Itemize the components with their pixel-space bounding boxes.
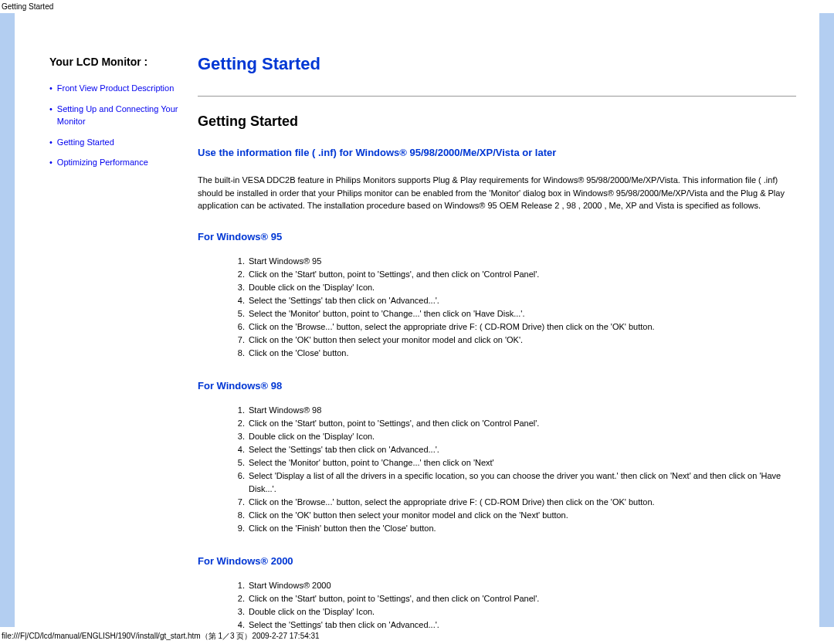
sidebar-list: •Front View Product Description •Setting… bbox=[49, 82, 198, 169]
bullet-icon: • bbox=[49, 136, 53, 149]
divider bbox=[198, 96, 796, 97]
step: Click on the 'Start' button, point to 'S… bbox=[247, 268, 796, 281]
sidebar-item-getting-started: •Getting Started bbox=[49, 136, 198, 149]
heading-win2000: For Windows® 2000 bbox=[198, 555, 796, 567]
step: Click on the 'OK' button then select you… bbox=[247, 334, 796, 347]
bullet-icon: • bbox=[49, 103, 53, 128]
step: Select the 'Settings' tab then click on … bbox=[247, 443, 796, 456]
steps-win95: Start Windows® 95 Click on the 'Start' b… bbox=[247, 255, 796, 360]
steps-win2000: Start Windows® 2000 Click on the 'Start'… bbox=[247, 579, 796, 632]
step: Select the 'Monitor' button, point to 'C… bbox=[247, 456, 796, 469]
section-win2000: For Windows® 2000 Start Windows® 2000 Cl… bbox=[198, 555, 796, 632]
step: Start Windows® 2000 bbox=[247, 579, 796, 592]
step: Click on the 'Start' button, point to 'S… bbox=[247, 417, 796, 430]
section-win98: For Windows® 98 Start Windows® 98 Click … bbox=[198, 380, 796, 535]
page-title: Getting Started bbox=[198, 54, 796, 74]
left-margin bbox=[15, 13, 49, 627]
step: Select the 'Monitor' button, point to 'C… bbox=[247, 307, 796, 320]
link-optimizing[interactable]: Optimizing Performance bbox=[57, 156, 148, 169]
sidebar-item-front-view: •Front View Product Description bbox=[49, 82, 198, 95]
step: Click on the 'Browse...' button, select … bbox=[247, 320, 796, 334]
sidebar-item-setting-up: •Setting Up and Connecting Your Monitor bbox=[49, 103, 198, 128]
bullet-icon: • bbox=[49, 156, 53, 169]
step: Double click on the 'Display' Icon. bbox=[247, 430, 796, 443]
step: Start Windows® 98 bbox=[247, 404, 796, 417]
right-decorative-bar bbox=[819, 13, 834, 627]
sidebar-heading: Your LCD Monitor : bbox=[49, 56, 198, 68]
step: Select the 'Settings' tab then click on … bbox=[247, 294, 796, 307]
footer-path: file:///F|/CD/lcd/manual/ENGLISH/190V/in… bbox=[2, 631, 320, 642]
section-subtitle: Getting Started bbox=[198, 114, 796, 130]
heading-win98: For Windows® 98 bbox=[198, 380, 796, 391]
inf-file-heading: Use the information file ( .inf) for Win… bbox=[198, 147, 796, 158]
steps-win98: Start Windows® 98 Click on the 'Start' b… bbox=[247, 404, 796, 535]
left-decorative-bar bbox=[0, 13, 15, 627]
intro-paragraph: The built-in VESA DDC2B feature in Phili… bbox=[198, 174, 796, 212]
bullet-icon: • bbox=[49, 82, 53, 95]
step: Double click on the 'Display' Icon. bbox=[247, 281, 796, 294]
window-title: Getting Started bbox=[0, 0, 834, 13]
step: Click on the 'Close' button. bbox=[247, 347, 796, 360]
step: Click on the 'Browse...' button, select … bbox=[247, 496, 796, 509]
step: Click on the 'Finish' button then the 'C… bbox=[247, 522, 796, 535]
step: Double click on the 'Display' Icon. bbox=[247, 605, 796, 619]
link-getting-started[interactable]: Getting Started bbox=[57, 136, 114, 149]
step: Click on the 'OK' button then select you… bbox=[247, 509, 796, 522]
link-setting-up[interactable]: Setting Up and Connecting Your Monitor bbox=[57, 103, 198, 128]
sidebar-item-optimizing: •Optimizing Performance bbox=[49, 156, 198, 169]
page-body: Your LCD Monitor : •Front View Product D… bbox=[0, 13, 834, 627]
step: Select the 'Settings' tab then click on … bbox=[247, 619, 796, 632]
section-win95: For Windows® 95 Start Windows® 95 Click … bbox=[198, 231, 796, 360]
sidebar: Your LCD Monitor : •Front View Product D… bbox=[49, 13, 198, 627]
main-content: Getting Started Getting Started Use the … bbox=[198, 13, 819, 627]
heading-win95: For Windows® 95 bbox=[198, 231, 796, 242]
step: Click on the 'Start' button, point to 'S… bbox=[247, 592, 796, 605]
step: Select 'Display a list of all the driver… bbox=[247, 469, 796, 496]
step: Start Windows® 95 bbox=[247, 255, 796, 268]
link-front-view[interactable]: Front View Product Description bbox=[57, 82, 174, 95]
